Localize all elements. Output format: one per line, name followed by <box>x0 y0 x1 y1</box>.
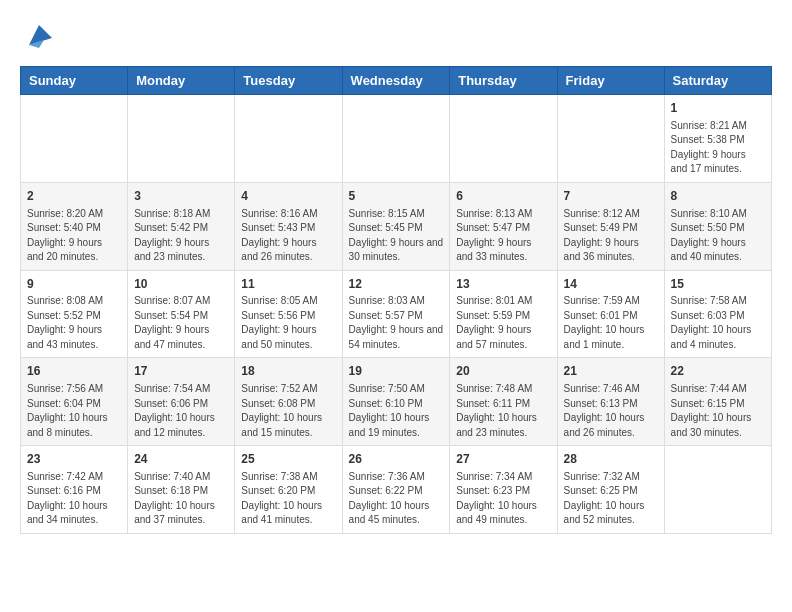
calendar-cell: 26Sunrise: 7:36 AM Sunset: 6:22 PM Dayli… <box>342 446 450 534</box>
calendar-week-row: 1Sunrise: 8:21 AM Sunset: 5:38 PM Daylig… <box>21 95 772 183</box>
calendar-cell <box>557 95 664 183</box>
calendar-cell: 18Sunrise: 7:52 AM Sunset: 6:08 PM Dayli… <box>235 358 342 446</box>
day-info-text: Sunrise: 8:01 AM Sunset: 5:59 PM Dayligh… <box>456 294 550 352</box>
day-of-week-header: Sunday <box>21 67 128 95</box>
page-header <box>20 20 772 50</box>
day-info-text: Sunrise: 7:50 AM Sunset: 6:10 PM Dayligh… <box>349 382 444 440</box>
day-info-text: Sunrise: 8:15 AM Sunset: 5:45 PM Dayligh… <box>349 207 444 265</box>
calendar-cell: 2Sunrise: 8:20 AM Sunset: 5:40 PM Daylig… <box>21 182 128 270</box>
calendar-table: SundayMondayTuesdayWednesdayThursdayFrid… <box>20 66 772 534</box>
day-info-text: Sunrise: 7:54 AM Sunset: 6:06 PM Dayligh… <box>134 382 228 440</box>
calendar-week-row: 16Sunrise: 7:56 AM Sunset: 6:04 PM Dayli… <box>21 358 772 446</box>
day-number: 26 <box>349 451 444 468</box>
day-of-week-header: Tuesday <box>235 67 342 95</box>
day-info-text: Sunrise: 8:10 AM Sunset: 5:50 PM Dayligh… <box>671 207 765 265</box>
day-number: 19 <box>349 363 444 380</box>
day-number: 11 <box>241 276 335 293</box>
calendar-cell: 19Sunrise: 7:50 AM Sunset: 6:10 PM Dayli… <box>342 358 450 446</box>
day-number: 5 <box>349 188 444 205</box>
day-number: 18 <box>241 363 335 380</box>
calendar-cell: 13Sunrise: 8:01 AM Sunset: 5:59 PM Dayli… <box>450 270 557 358</box>
calendar-week-row: 23Sunrise: 7:42 AM Sunset: 6:16 PM Dayli… <box>21 446 772 534</box>
day-number: 12 <box>349 276 444 293</box>
day-of-week-header: Saturday <box>664 67 771 95</box>
day-number: 9 <box>27 276 121 293</box>
day-info-text: Sunrise: 8:08 AM Sunset: 5:52 PM Dayligh… <box>27 294 121 352</box>
day-info-text: Sunrise: 8:20 AM Sunset: 5:40 PM Dayligh… <box>27 207 121 265</box>
day-info-text: Sunrise: 7:32 AM Sunset: 6:25 PM Dayligh… <box>564 470 658 528</box>
day-number: 3 <box>134 188 228 205</box>
day-number: 28 <box>564 451 658 468</box>
day-of-week-header: Friday <box>557 67 664 95</box>
day-info-text: Sunrise: 8:13 AM Sunset: 5:47 PM Dayligh… <box>456 207 550 265</box>
day-info-text: Sunrise: 7:36 AM Sunset: 6:22 PM Dayligh… <box>349 470 444 528</box>
calendar-cell: 22Sunrise: 7:44 AM Sunset: 6:15 PM Dayli… <box>664 358 771 446</box>
day-number: 1 <box>671 100 765 117</box>
calendar-cell <box>235 95 342 183</box>
day-info-text: Sunrise: 8:21 AM Sunset: 5:38 PM Dayligh… <box>671 119 765 177</box>
day-number: 24 <box>134 451 228 468</box>
logo-icon <box>24 20 54 50</box>
day-of-week-header: Wednesday <box>342 67 450 95</box>
day-info-text: Sunrise: 7:46 AM Sunset: 6:13 PM Dayligh… <box>564 382 658 440</box>
day-info-text: Sunrise: 7:52 AM Sunset: 6:08 PM Dayligh… <box>241 382 335 440</box>
day-number: 13 <box>456 276 550 293</box>
day-number: 15 <box>671 276 765 293</box>
day-info-text: Sunrise: 7:34 AM Sunset: 6:23 PM Dayligh… <box>456 470 550 528</box>
day-number: 7 <box>564 188 658 205</box>
calendar-cell: 20Sunrise: 7:48 AM Sunset: 6:11 PM Dayli… <box>450 358 557 446</box>
day-info-text: Sunrise: 7:48 AM Sunset: 6:11 PM Dayligh… <box>456 382 550 440</box>
calendar-cell: 28Sunrise: 7:32 AM Sunset: 6:25 PM Dayli… <box>557 446 664 534</box>
calendar-cell: 25Sunrise: 7:38 AM Sunset: 6:20 PM Dayli… <box>235 446 342 534</box>
calendar-cell: 11Sunrise: 8:05 AM Sunset: 5:56 PM Dayli… <box>235 270 342 358</box>
calendar-cell: 6Sunrise: 8:13 AM Sunset: 5:47 PM Daylig… <box>450 182 557 270</box>
calendar-cell: 7Sunrise: 8:12 AM Sunset: 5:49 PM Daylig… <box>557 182 664 270</box>
day-number: 22 <box>671 363 765 380</box>
day-number: 17 <box>134 363 228 380</box>
calendar-cell: 9Sunrise: 8:08 AM Sunset: 5:52 PM Daylig… <box>21 270 128 358</box>
calendar-cell <box>21 95 128 183</box>
day-number: 8 <box>671 188 765 205</box>
day-number: 21 <box>564 363 658 380</box>
calendar-cell: 27Sunrise: 7:34 AM Sunset: 6:23 PM Dayli… <box>450 446 557 534</box>
calendar-cell: 8Sunrise: 8:10 AM Sunset: 5:50 PM Daylig… <box>664 182 771 270</box>
day-number: 14 <box>564 276 658 293</box>
calendar-cell: 15Sunrise: 7:58 AM Sunset: 6:03 PM Dayli… <box>664 270 771 358</box>
calendar-cell: 1Sunrise: 8:21 AM Sunset: 5:38 PM Daylig… <box>664 95 771 183</box>
calendar-cell <box>128 95 235 183</box>
calendar-cell <box>664 446 771 534</box>
calendar-cell: 12Sunrise: 8:03 AM Sunset: 5:57 PM Dayli… <box>342 270 450 358</box>
day-of-week-header: Monday <box>128 67 235 95</box>
day-number: 10 <box>134 276 228 293</box>
day-info-text: Sunrise: 8:16 AM Sunset: 5:43 PM Dayligh… <box>241 207 335 265</box>
calendar-cell <box>342 95 450 183</box>
day-info-text: Sunrise: 8:18 AM Sunset: 5:42 PM Dayligh… <box>134 207 228 265</box>
day-info-text: Sunrise: 7:56 AM Sunset: 6:04 PM Dayligh… <box>27 382 121 440</box>
day-info-text: Sunrise: 7:42 AM Sunset: 6:16 PM Dayligh… <box>27 470 121 528</box>
calendar-cell: 24Sunrise: 7:40 AM Sunset: 6:18 PM Dayli… <box>128 446 235 534</box>
day-number: 16 <box>27 363 121 380</box>
day-info-text: Sunrise: 8:03 AM Sunset: 5:57 PM Dayligh… <box>349 294 444 352</box>
day-info-text: Sunrise: 7:44 AM Sunset: 6:15 PM Dayligh… <box>671 382 765 440</box>
day-number: 6 <box>456 188 550 205</box>
calendar-header-row: SundayMondayTuesdayWednesdayThursdayFrid… <box>21 67 772 95</box>
day-number: 4 <box>241 188 335 205</box>
day-info-text: Sunrise: 8:07 AM Sunset: 5:54 PM Dayligh… <box>134 294 228 352</box>
day-info-text: Sunrise: 7:38 AM Sunset: 6:20 PM Dayligh… <box>241 470 335 528</box>
day-number: 27 <box>456 451 550 468</box>
day-number: 25 <box>241 451 335 468</box>
day-info-text: Sunrise: 8:05 AM Sunset: 5:56 PM Dayligh… <box>241 294 335 352</box>
calendar-cell: 4Sunrise: 8:16 AM Sunset: 5:43 PM Daylig… <box>235 182 342 270</box>
day-info-text: Sunrise: 7:59 AM Sunset: 6:01 PM Dayligh… <box>564 294 658 352</box>
day-info-text: Sunrise: 7:40 AM Sunset: 6:18 PM Dayligh… <box>134 470 228 528</box>
day-info-text: Sunrise: 7:58 AM Sunset: 6:03 PM Dayligh… <box>671 294 765 352</box>
calendar-week-row: 9Sunrise: 8:08 AM Sunset: 5:52 PM Daylig… <box>21 270 772 358</box>
calendar-week-row: 2Sunrise: 8:20 AM Sunset: 5:40 PM Daylig… <box>21 182 772 270</box>
calendar-cell <box>450 95 557 183</box>
calendar-cell: 21Sunrise: 7:46 AM Sunset: 6:13 PM Dayli… <box>557 358 664 446</box>
day-number: 20 <box>456 363 550 380</box>
calendar-cell: 14Sunrise: 7:59 AM Sunset: 6:01 PM Dayli… <box>557 270 664 358</box>
day-number: 2 <box>27 188 121 205</box>
calendar-cell: 10Sunrise: 8:07 AM Sunset: 5:54 PM Dayli… <box>128 270 235 358</box>
calendar-cell: 23Sunrise: 7:42 AM Sunset: 6:16 PM Dayli… <box>21 446 128 534</box>
